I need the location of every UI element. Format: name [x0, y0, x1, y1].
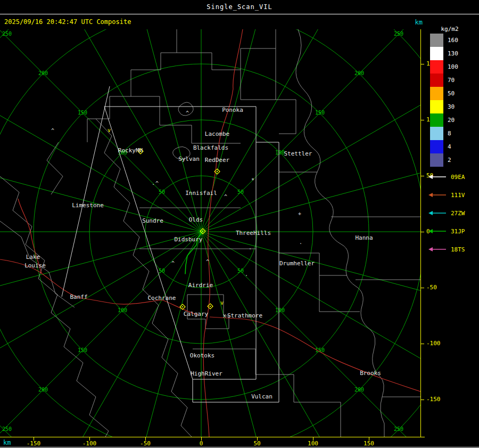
map-symbol: ^: [51, 128, 54, 134]
map-symbol: x: [223, 313, 226, 319]
city-label: Drumheller: [279, 260, 315, 267]
legend-level-value: 8: [448, 130, 451, 137]
city-label: Ponoka: [222, 107, 243, 113]
radar-legend-row: 31JP: [428, 222, 465, 240]
county-boundary: [319, 275, 360, 312]
range-spoke: [31, 232, 201, 437]
radar-arrow-icon: [428, 174, 447, 180]
legend-color-swatch: [430, 113, 443, 127]
map-symbol: ^: [206, 259, 209, 265]
legend-color-swatch: [430, 74, 443, 87]
legend-level-row: 70: [430, 74, 458, 87]
legend-color-swatch: [430, 34, 443, 47]
x-axis-label: 150: [364, 440, 374, 447]
range-spoke: [31, 29, 201, 232]
range-ring-label: 250: [2, 426, 12, 432]
x-axis-label: -150: [27, 440, 41, 447]
storm-cell-dot: [202, 231, 203, 232]
radar-legend-row: 18TS: [428, 240, 465, 258]
range-ring-label: 100: [118, 307, 127, 313]
legend-color-scale: 16013010070503020842: [430, 34, 458, 167]
legend-color-swatch: [430, 153, 443, 167]
city-label: Vulcan: [251, 393, 272, 400]
legend-color-swatch: [430, 127, 443, 140]
highway-east: [210, 317, 420, 392]
city-label: RockyMH: [118, 147, 143, 154]
range-spoke: [0, 232, 201, 320]
range-ring-label: 50: [159, 189, 165, 195]
radar-arrow-head: [428, 193, 433, 197]
map-symbol: *: [251, 177, 254, 183]
storm-cell-dot: [182, 306, 183, 307]
radar-id-label: 27ZW: [451, 210, 465, 217]
legend-level-row: 8: [430, 127, 458, 140]
range-ring-label: 200: [38, 70, 48, 76]
map-symbol: +: [298, 211, 301, 217]
legend-level-row: 30: [430, 100, 458, 113]
radar-map[interactable]: 5050505010010010010015015015015020020020…: [0, 29, 420, 437]
scan-boundary-line: [62, 86, 110, 297]
radar-arrow-icon: [428, 228, 447, 234]
map-symbol: ^: [224, 194, 227, 200]
bottom-border-line: [0, 447, 479, 447]
radar-arrow-icon: [428, 210, 447, 216]
city-label: Brooks: [360, 370, 381, 377]
scan-area-boundary: [62, 86, 279, 402]
legend-level-row: 100: [430, 60, 458, 74]
range-spoke: [201, 29, 420, 232]
range-ring-label: 50: [159, 268, 165, 274]
radar-arrow-head: [428, 211, 433, 215]
radar-id-label: 31JP: [451, 228, 465, 235]
radar-site-legend: 09EA111V27ZW31JP18TS: [428, 168, 465, 258]
map-symbol: .: [152, 180, 155, 186]
legend-level-value: 30: [448, 103, 455, 110]
storm-marker: v: [108, 127, 111, 133]
legend-level-value: 2: [448, 157, 451, 164]
map-symbol: .: [299, 239, 302, 245]
x-axis-label: 0: [200, 440, 203, 447]
legend-level-value: 70: [448, 77, 455, 84]
map-symbols: ^^^^^^*+....xvv: [51, 110, 302, 319]
range-ring-label: 150: [78, 347, 87, 353]
city-label: Stettler: [284, 150, 312, 157]
range-ring-label: 250: [394, 31, 403, 37]
map-symbol: .: [245, 271, 248, 277]
legend-level-value: 4: [448, 143, 451, 150]
city-label: Lake: [26, 254, 40, 260]
city-label: Sundre: [142, 217, 163, 224]
radar-legend-row: 111V: [428, 186, 465, 204]
legend-level-row: 2: [430, 153, 458, 167]
range-ring-label: 200: [354, 70, 364, 76]
legend-color-swatch: [430, 100, 443, 113]
city-label: Airdrie: [188, 282, 213, 289]
x-axis-label: 100: [308, 440, 318, 447]
city-label: Banff: [70, 294, 87, 300]
storm-cell-dot: [210, 306, 211, 307]
map-area[interactable]: 5050505010010010010015015015015020020020…: [0, 29, 420, 437]
range-ring-label: 50: [237, 268, 244, 274]
city-label: Strathmore: [227, 312, 262, 319]
legend-color-swatch: [430, 87, 443, 100]
range-spoke: [201, 232, 420, 320]
city-label: Cochrane: [148, 295, 176, 302]
city-label: ThreeHills: [236, 230, 271, 237]
range-ring-label: 50: [237, 189, 244, 195]
legend-level-row: 130: [430, 47, 458, 60]
radar-arrow-icon: [428, 192, 447, 198]
x-axis-label: 50: [253, 440, 260, 447]
x-axis-label: -50: [140, 440, 151, 447]
city-label: Okotoks: [190, 352, 214, 359]
map-symbol: ^: [155, 181, 159, 186]
range-ring-label: 100: [275, 307, 285, 313]
window-titlebar: Single_Scan_VIL: [0, 0, 479, 14]
city-label: Blackfalds: [193, 144, 228, 151]
legend-level-value: 130: [448, 50, 458, 57]
city-label: Lacombe: [205, 131, 229, 137]
radar-arrow-head: [428, 175, 433, 179]
radar-id-label: 09EA: [451, 174, 465, 181]
range-spoke: [0, 29, 201, 232]
legend-panel: kg/m2 16013010070503020842 09EA111V27ZW3…: [420, 14, 479, 447]
radar-arrow-head: [428, 247, 433, 251]
radar-legend-row: 27ZW: [428, 204, 465, 222]
radar-legend-row: 09EA: [428, 168, 465, 186]
